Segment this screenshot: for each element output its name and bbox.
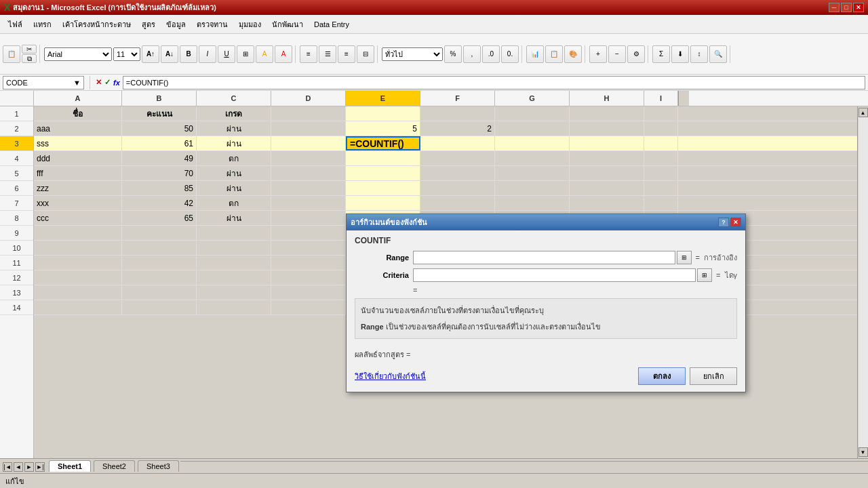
cell-A1[interactable]: ชื่อ bbox=[34, 106, 122, 121]
cell-A2[interactable]: aaa bbox=[34, 121, 122, 136]
find-button[interactable]: 🔍 bbox=[709, 45, 727, 63]
cell-F6[interactable] bbox=[420, 181, 495, 195]
row-header-12[interactable]: 12 bbox=[0, 270, 33, 285]
underline-button[interactable]: U bbox=[218, 45, 235, 63]
cell-F4[interactable] bbox=[420, 151, 495, 165]
cell-C14[interactable] bbox=[197, 300, 271, 314]
sheet-prev-button[interactable]: ◄ bbox=[14, 462, 23, 472]
cell-H3[interactable] bbox=[570, 136, 644, 150]
autosum-button[interactable]: Σ bbox=[652, 45, 670, 63]
cell-A7[interactable]: xxx bbox=[34, 196, 122, 210]
cell-A8[interactable]: ccc bbox=[34, 211, 122, 225]
cell-A4[interactable]: ddd bbox=[34, 151, 122, 165]
cell-D8[interactable] bbox=[271, 211, 346, 225]
col-header-A[interactable]: A bbox=[34, 91, 122, 106]
increase-decimal-button[interactable]: .0 bbox=[482, 45, 500, 63]
dialog-close-button[interactable]: ✕ bbox=[730, 218, 741, 227]
font-grow-button[interactable]: A↑ bbox=[142, 45, 159, 63]
row-header-3[interactable]: 3 bbox=[0, 136, 33, 151]
cell-B1[interactable]: คะแนน bbox=[122, 106, 197, 121]
sheet-tab-1[interactable]: Sheet1 bbox=[49, 460, 91, 472]
cell-D7[interactable] bbox=[271, 196, 346, 210]
cell-F3[interactable] bbox=[420, 136, 495, 150]
format-table-button[interactable]: 📋 bbox=[545, 45, 563, 63]
cell-D4[interactable] bbox=[271, 151, 346, 165]
menu-data[interactable]: ข้อมูล bbox=[161, 16, 191, 33]
align-center-button[interactable]: ☰ bbox=[319, 45, 336, 63]
cell-D2[interactable] bbox=[271, 121, 346, 136]
insert-function-button[interactable]: fx bbox=[113, 79, 120, 87]
cell-I4[interactable] bbox=[644, 151, 678, 165]
menu-view[interactable]: มุมมอง bbox=[233, 16, 267, 33]
comma-button[interactable]: , bbox=[463, 45, 481, 63]
row-header-4[interactable]: 4 bbox=[0, 151, 33, 166]
row-header-6[interactable]: 6 bbox=[0, 181, 33, 196]
cell-B14[interactable] bbox=[122, 300, 197, 314]
cell-G5[interactable] bbox=[495, 166, 570, 180]
border-button[interactable]: ⊞ bbox=[237, 45, 254, 63]
cell-B3[interactable]: 61 bbox=[122, 136, 197, 150]
sheet-first-button[interactable]: |◄ bbox=[3, 462, 12, 472]
cell-C8[interactable]: ผ่าน bbox=[197, 211, 271, 225]
cell-A9[interactable] bbox=[34, 226, 122, 240]
row-header-10[interactable]: 10 bbox=[0, 241, 33, 256]
cell-C4[interactable]: ตก bbox=[197, 151, 271, 165]
cell-B5[interactable]: 70 bbox=[122, 166, 197, 180]
cell-E7[interactable] bbox=[346, 196, 420, 210]
cell-C5[interactable]: ผ่าน bbox=[197, 166, 271, 180]
sheet-next-button[interactable]: ► bbox=[24, 462, 34, 472]
dialog-help-link[interactable]: วิธีใช้เกี่ยวกับฟังก์ชันนี้ bbox=[355, 370, 426, 382]
cell-A5[interactable]: fff bbox=[34, 166, 122, 180]
cell-I5[interactable] bbox=[644, 166, 678, 180]
col-header-E[interactable]: E bbox=[346, 91, 420, 106]
cell-B8[interactable]: 65 bbox=[122, 211, 197, 225]
cell-A14[interactable] bbox=[34, 300, 122, 314]
row-header-2[interactable]: 2 bbox=[0, 121, 33, 136]
conditional-format-button[interactable]: 📊 bbox=[526, 45, 544, 63]
sort-button[interactable]: ↕ bbox=[690, 45, 708, 63]
cell-H5[interactable] bbox=[570, 166, 644, 180]
cell-H1[interactable] bbox=[570, 106, 644, 121]
font-family-select[interactable]: Arial bbox=[44, 47, 112, 61]
cell-F1[interactable] bbox=[420, 106, 495, 121]
close-button[interactable]: ✕ bbox=[853, 3, 864, 12]
cell-H4[interactable] bbox=[570, 151, 644, 165]
merge-button[interactable]: ⊟ bbox=[357, 45, 374, 63]
cell-C13[interactable] bbox=[197, 285, 271, 300]
cell-E4[interactable] bbox=[346, 151, 420, 165]
fill-color-button[interactable]: A bbox=[256, 45, 273, 63]
cell-I1[interactable] bbox=[644, 106, 678, 121]
cell-D13[interactable] bbox=[271, 285, 346, 300]
cell-C2[interactable]: ผ่าน bbox=[197, 121, 271, 136]
cell-B7[interactable]: 42 bbox=[122, 196, 197, 210]
sheet-tab-3[interactable]: Sheet3 bbox=[138, 460, 179, 472]
cell-D1[interactable] bbox=[271, 106, 346, 121]
copy-button[interactable]: ⧉ bbox=[22, 54, 37, 63]
cell-B11[interactable] bbox=[122, 256, 197, 270]
cell-C11[interactable] bbox=[197, 256, 271, 270]
sheet-last-button[interactable]: ►| bbox=[35, 462, 45, 472]
align-right-button[interactable]: ≡ bbox=[338, 45, 355, 63]
range-picker-button[interactable]: ⊞ bbox=[677, 251, 692, 264]
row-header-8[interactable]: 8 bbox=[0, 211, 33, 226]
vertical-scrollbar[interactable]: ▲ ▼ bbox=[857, 106, 868, 458]
menu-layout[interactable]: เค้าโครงหน้ากระดาษ bbox=[57, 16, 136, 33]
horizontal-scrollbar[interactable] bbox=[180, 461, 868, 472]
cell-G7[interactable] bbox=[495, 196, 570, 210]
cell-D12[interactable] bbox=[271, 270, 346, 285]
formula-input[interactable] bbox=[123, 76, 865, 89]
cell-F5[interactable] bbox=[420, 166, 495, 180]
cut-button[interactable]: ✂ bbox=[22, 45, 37, 54]
cell-I3[interactable] bbox=[644, 136, 678, 150]
italic-button[interactable]: I bbox=[199, 45, 216, 63]
cell-G4[interactable] bbox=[495, 151, 570, 165]
cell-D6[interactable] bbox=[271, 181, 346, 195]
col-header-F[interactable]: F bbox=[420, 91, 495, 106]
row-header-7[interactable]: 7 bbox=[0, 196, 33, 211]
menu-file[interactable]: ไฟล์ bbox=[3, 16, 28, 33]
scroll-down-button[interactable]: ▼ bbox=[859, 447, 868, 457]
scroll-up-button[interactable]: ▲ bbox=[859, 108, 868, 117]
row-header-11[interactable]: 11 bbox=[0, 256, 33, 270]
menu-insert[interactable]: แทรก bbox=[28, 16, 57, 33]
maximize-button[interactable]: □ bbox=[841, 3, 852, 12]
